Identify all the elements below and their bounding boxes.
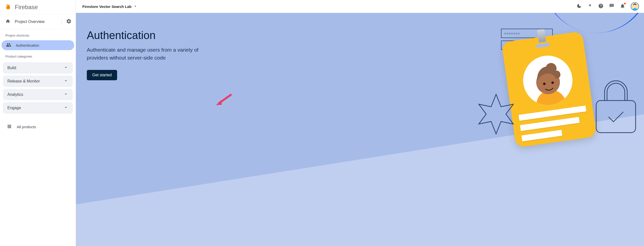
page-subtitle: Authenticate and manage users from a var… — [87, 46, 205, 62]
categories-heading: Product categories — [0, 50, 76, 61]
main: Firestore Vector Search Lab — [76, 0, 644, 246]
note-icon — [609, 3, 614, 10]
svg-point-4 — [543, 82, 546, 85]
sparkle-icon — [587, 3, 593, 10]
chevron-down-icon — [63, 105, 68, 111]
badge-slot — [536, 43, 550, 48]
chevron-down-icon — [63, 65, 68, 71]
annotation-arrow-icon — [214, 93, 232, 107]
docs-button[interactable] — [609, 3, 614, 10]
lanyard-strap-icon — [534, 13, 644, 42]
hero: Authentication Authenticate and manage u… — [76, 13, 644, 246]
firebase-logo-icon — [6, 3, 11, 11]
category-label: Build — [8, 66, 16, 70]
home-icon — [6, 19, 10, 25]
notification-dot — [624, 3, 626, 5]
hero-text: Authentication Authenticate and manage u… — [87, 29, 205, 80]
chevron-down-icon — [63, 92, 68, 97]
dark-mode-button[interactable] — [576, 3, 582, 10]
category-analytics[interactable]: Analytics — [3, 89, 73, 100]
svg-point-2 — [535, 69, 562, 96]
svg-point-5 — [551, 81, 554, 84]
badge-clip-icon — [537, 29, 546, 43]
shortcuts-heading: Project shortcuts — [0, 29, 76, 40]
caret-down-icon — [134, 4, 137, 9]
project-settings-button[interactable] — [62, 19, 76, 25]
avatar-icon — [631, 2, 638, 11]
chevron-down-icon — [63, 78, 68, 84]
asterisk-icon — [472, 89, 521, 139]
project-overview-row: Project Overview — [0, 14, 76, 29]
category-label: Release & Monitor — [8, 79, 40, 83]
project-name: Firestore Vector Search Lab — [82, 5, 132, 9]
svg-point-3 — [545, 62, 557, 75]
project-overview-label: Project Overview — [15, 20, 45, 24]
get-started-button[interactable]: Get started — [87, 70, 117, 80]
sidebar: Firebase Project Overview Project shortc… — [0, 0, 76, 246]
sidebar-item-authentication[interactable]: Authentication — [2, 40, 74, 50]
category-label: Analytics — [8, 92, 23, 97]
apps-grid-icon — [7, 124, 12, 130]
category-build[interactable]: Build — [3, 62, 73, 74]
all-products-label: All products — [17, 125, 36, 129]
category-label: Engage — [8, 106, 21, 110]
help-icon — [598, 3, 604, 10]
notifications-button[interactable] — [620, 3, 625, 10]
moon-icon — [576, 3, 582, 10]
badge-photo — [520, 52, 576, 108]
help-button[interactable] — [598, 3, 604, 10]
gear-icon — [66, 19, 72, 25]
category-release-monitor[interactable]: Release & Monitor — [3, 76, 73, 87]
sidebar-item-label: Authentication — [16, 43, 39, 47]
brand-name: Firebase — [15, 4, 38, 11]
category-engage[interactable]: Engage — [3, 102, 73, 114]
spark-button[interactable] — [587, 3, 593, 10]
username-field-illustration: ooooooo — [501, 29, 553, 38]
topbar: Firestore Vector Search Lab — [76, 0, 644, 13]
page-title: Authentication — [87, 29, 205, 42]
project-selector[interactable]: Firestore Vector Search Lab — [82, 4, 137, 9]
project-overview-link[interactable]: Project Overview — [0, 19, 62, 25]
brand[interactable]: Firebase — [0, 0, 76, 14]
all-products-link[interactable]: All products — [0, 118, 76, 136]
people-icon — [6, 42, 11, 48]
topbar-actions — [576, 2, 639, 11]
account-avatar[interactable] — [631, 2, 639, 11]
password-field-illustration: ••••••••••••••• — [501, 41, 553, 50]
